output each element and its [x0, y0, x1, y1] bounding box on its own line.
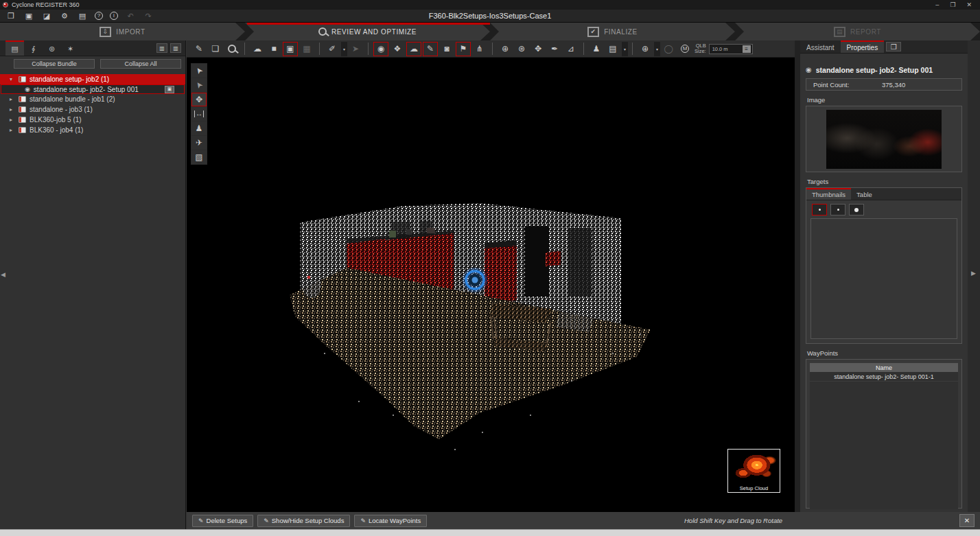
pick-point-button[interactable]: ➤: [348, 42, 363, 56]
collapse-all-button[interactable]: Collapse All: [100, 59, 181, 69]
viewpoint-tool-button[interactable]: ♟: [191, 121, 207, 135]
filmstrip-dropdown-caret[interactable]: ▾: [622, 42, 628, 56]
collapse-bundle-button[interactable]: Collapse Bundle: [14, 59, 95, 69]
close-button[interactable]: ✕: [966, 1, 972, 8]
workflow-step-finalize[interactable]: ✔ FINALIZE: [490, 23, 735, 40]
setup-title: standalone setup- job2- Setup 001: [816, 66, 933, 74]
caret-down-icon[interactable]: ▾: [10, 76, 15, 82]
show-images-button[interactable]: ◙: [439, 42, 454, 56]
help-icon[interactable]: ?: [95, 12, 103, 20]
close-view-button[interactable]: ✕: [959, 514, 975, 527]
tree-item-blk360-job5[interactable]: ▸ BLK360-job 5 (1): [0, 115, 185, 125]
square-view-button[interactable]: ■: [266, 42, 281, 56]
fit-view-button[interactable]: ✥: [530, 42, 546, 56]
setup-cloud-inset[interactable]: Setup Cloud: [727, 449, 780, 493]
collapse-right-panel-arrow[interactable]: ▶: [971, 270, 976, 277]
target-thumbnail-2[interactable]: [830, 204, 845, 215]
measure-distance-tool-button[interactable]: ↔: [191, 107, 207, 121]
undo-icon[interactable]: ↶: [125, 12, 136, 21]
walk-view-button[interactable]: ♟: [589, 42, 604, 56]
qlb-size-slider[interactable]: 10.0 m ≡: [709, 44, 753, 54]
tree-item-standalone-job3[interactable]: ▸ standalone - job3 (1): [0, 104, 185, 115]
marquee-select-tool-button[interactable]: ➤: [191, 78, 207, 92]
edit-cloud-button[interactable]: ✎: [191, 42, 207, 56]
workflow-step-import[interactable]: ⇩ IMPORT: [0, 23, 245, 40]
tab-target-thumbnails[interactable]: Thumbnails: [806, 188, 851, 200]
maximize-button[interactable]: ❐: [950, 1, 955, 8]
tab-site-map[interactable]: ⊛: [43, 40, 61, 56]
slider-handle-icon[interactable]: ≡: [743, 45, 751, 53]
globe-view-button[interactable]: ⊕: [498, 42, 513, 56]
locate-waypoints-button[interactable]: ✎ Locate WayPoints: [354, 515, 427, 527]
select-tool-button[interactable]: ➤: [191, 64, 207, 78]
tab-target-table[interactable]: Table: [851, 188, 878, 200]
show-hide-setup-clouds-button[interactable]: ✎ Show/Hide Setup Clouds: [257, 515, 350, 527]
caret-right-icon[interactable]: ▸: [10, 117, 15, 123]
tab-project-folder[interactable]: ▤: [5, 40, 24, 56]
tab-attachments[interactable]: ∮: [24, 40, 43, 56]
sphere-view-button[interactable]: ◯: [661, 42, 676, 56]
filmstrip-button[interactable]: ▤: [605, 42, 620, 56]
remove-bundle-button[interactable]: ▥: [170, 43, 181, 53]
cube-view-tool-button[interactable]: ▧: [191, 150, 207, 164]
draw-line-button[interactable]: ✒: [547, 42, 562, 56]
delete-setups-button[interactable]: ✎ Delete Setups: [192, 515, 253, 527]
settings-gear-icon[interactable]: ⚙: [59, 12, 70, 21]
workflow-step-report[interactable]: ▤ REPORT: [735, 23, 980, 40]
waypoint-row[interactable]: standalone setup- job2- Setup 001-1: [810, 372, 958, 382]
cloud-pano-button[interactable]: ☁: [250, 42, 265, 56]
tree-item-setup-001[interactable]: ◉ standalone setup- job2- Setup 001 ▣: [1, 84, 185, 94]
globe-pin-button[interactable]: ⊛: [514, 42, 529, 56]
show-targets-button[interactable]: ◉: [373, 42, 388, 56]
pan-tool-button[interactable]: ✥: [191, 93, 207, 106]
orbit-dropdown-caret[interactable]: ▾: [654, 42, 660, 56]
show-clouds-button[interactable]: ☁: [406, 42, 421, 56]
bundle-icon: [19, 106, 26, 113]
storage-icon[interactable]: ▤: [77, 12, 88, 21]
point-cloud-viewport[interactable]: ➤ ➤ ✥ ↔ ♟ ✈ ▧ Setup Cloud: [187, 58, 795, 512]
info-icon[interactable]: i: [110, 12, 118, 20]
expand-panel-button[interactable]: ❐: [886, 42, 901, 51]
open-project-icon[interactable]: ❒: [5, 12, 16, 21]
redo-icon[interactable]: ↷: [143, 12, 154, 21]
image-view-button[interactable]: ▦: [299, 42, 314, 56]
show-marks-button[interactable]: ✎: [423, 42, 438, 56]
add-bundle-button[interactable]: ▥: [156, 43, 167, 53]
axis-view-button[interactable]: ⊿: [563, 42, 579, 56]
target-thumbnail-1[interactable]: [812, 204, 827, 215]
pages-button[interactable]: ❏: [208, 42, 223, 56]
fly-tool-button[interactable]: ✈: [191, 136, 207, 150]
tree-item-blk360-job4[interactable]: ▸ BLK360 - job4 (1): [0, 125, 185, 135]
caret-right-icon[interactable]: ▸: [10, 96, 15, 102]
export-image-icon[interactable]: ▣: [23, 12, 34, 21]
pencil-icon: ✎: [264, 517, 269, 524]
caret-right-icon[interactable]: ▸: [10, 106, 15, 113]
sphere-m-button[interactable]: M: [677, 42, 692, 56]
link-filter-icon: ⋔: [476, 44, 483, 54]
tab-filter[interactable]: ✶: [61, 40, 80, 56]
setup-image-thumbnail[interactable]: [826, 110, 942, 169]
tab-properties[interactable]: Properties: [841, 40, 885, 53]
caret-right-icon[interactable]: ▸: [10, 127, 15, 133]
square-view-icon: ■: [271, 44, 276, 54]
fly-icon: ✈: [196, 138, 202, 148]
link-filter-button[interactable]: ⋔: [472, 42, 487, 56]
show-tags-button[interactable]: ❖: [390, 42, 405, 56]
collapse-left-panel-arrow[interactable]: ◀: [1, 271, 5, 278]
zoom-region-button[interactable]: [224, 42, 240, 56]
measure-button[interactable]: ✐: [325, 42, 340, 56]
orbit-axis-button[interactable]: ⊕: [638, 42, 653, 56]
tree-item-standalone-setup-job2[interactable]: ▾ standalone setup- job2 (1): [0, 74, 185, 84]
workflow-step-review-and-optimize[interactable]: REVIEW AND OPTIMIZE: [245, 23, 490, 40]
pano-view-icon: ▣: [286, 44, 294, 54]
pano-view-button[interactable]: ▣: [283, 42, 298, 56]
tab-assistant[interactable]: Assistant: [800, 40, 841, 53]
workflow-step-label: FINALIZE: [604, 28, 638, 36]
measure-dropdown-caret[interactable]: ▾: [341, 42, 347, 56]
import-data-icon[interactable]: ◪: [41, 12, 52, 21]
minimize-button[interactable]: –: [935, 1, 939, 8]
show-waypoints-button[interactable]: ⚑: [456, 42, 471, 56]
target-thumbnail-3[interactable]: [849, 204, 864, 215]
setup-image-badge-icon[interactable]: ▣: [165, 86, 174, 93]
tree-item-standalone-bundle-job1[interactable]: ▸ standalone bundle - job1 (2): [0, 94, 185, 104]
